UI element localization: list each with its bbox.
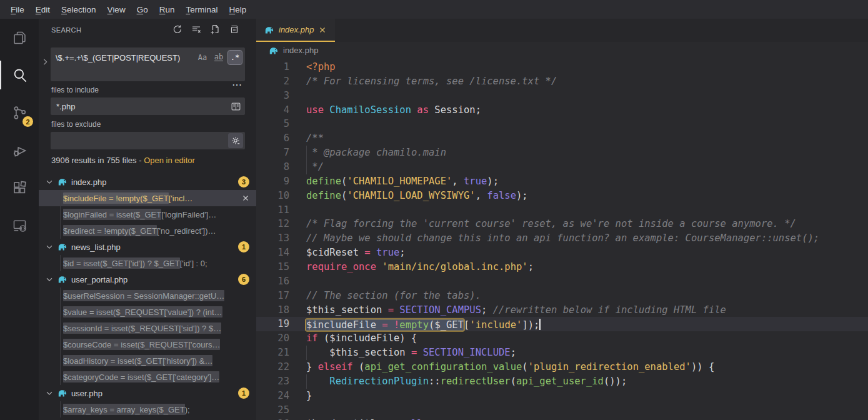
line-number[interactable]: 3 — [256, 89, 289, 103]
search-result-item[interactable]: $includeFile = !empty($_GET['incl… — [39, 190, 256, 206]
code-line-3[interactable]: 3 — [256, 89, 868, 103]
line-number[interactable]: 25 — [256, 403, 289, 418]
code-line-9[interactable]: 9define('CHAMILO_HOMEPAGE', true); — [256, 174, 868, 189]
line-number[interactable]: 10 — [256, 189, 289, 203]
line-number[interactable]: 26 — [256, 417, 289, 420]
tab-close-icon[interactable] — [318, 26, 327, 34]
line-number[interactable]: 4 — [256, 103, 289, 118]
toggle-replace-chevron-icon[interactable] — [41, 58, 49, 69]
line-number[interactable]: 9 — [256, 174, 289, 189]
remote-explorer-icon[interactable] — [0, 206, 39, 244]
line-number[interactable]: 23 — [256, 374, 289, 389]
line-number[interactable]: 8 — [256, 160, 289, 174]
search-icon[interactable] — [0, 56, 39, 94]
search-result-item[interactable]: $loadHistory = isset($_GET['history']) &… — [39, 352, 256, 369]
dismiss-result-icon[interactable] — [241, 194, 250, 202]
search-result-item[interactable]: $userRelSession = SessionManager::getU… — [39, 288, 256, 304]
search-result-item[interactable]: $loginFailed = isset($_GET['loginFailed'… — [39, 206, 256, 222]
line-number[interactable]: 1 — [256, 60, 289, 74]
code-line-12[interactable]: 12/* Flag forcing the 'current course' r… — [256, 217, 868, 231]
search-result-item[interactable]: $redirect = !empty($_GET['no_redirect'])… — [39, 222, 256, 239]
code-line-5[interactable]: 5 — [256, 117, 868, 131]
clear-results-icon[interactable] — [191, 24, 201, 37]
line-number[interactable]: 5 — [256, 117, 289, 131]
line-number[interactable]: 17 — [256, 289, 289, 303]
line-number[interactable]: 2 — [256, 74, 289, 89]
menu-run[interactable]: Run — [154, 5, 181, 14]
line-number[interactable]: 7 — [256, 146, 289, 160]
run-debug-icon[interactable] — [0, 131, 39, 169]
file-row-user_portal.php[interactable]: user_portal.php6 — [39, 271, 256, 288]
line-number[interactable]: 20 — [256, 331, 289, 346]
line-number[interactable]: 18 — [256, 303, 289, 318]
menu-go[interactable]: Go — [131, 5, 154, 14]
code-line-15[interactable]: 15require_once 'main/inc/global.inc.php'… — [256, 260, 868, 274]
code-line-18[interactable]: 18$this_section = SECTION_CAMPUS; //rewr… — [256, 303, 868, 318]
toggle-search-details-icon[interactable]: ··· — [232, 80, 242, 89]
code-line-2[interactable]: 2/* For licensing terms, see /license.tx… — [256, 74, 868, 89]
code-line-21[interactable]: 21 $this_section = SECTION_INCLUDE; — [256, 346, 868, 360]
match-case-toggle[interactable]: Aa — [196, 51, 209, 64]
code-line-6[interactable]: 6/** — [256, 131, 868, 146]
file-row-user.php[interactable]: user.php1 — [39, 385, 256, 401]
code-line-23[interactable]: 23 RedirectionPlugin::redirectUser(api_g… — [256, 374, 868, 389]
menu-view[interactable]: View — [102, 5, 131, 14]
search-result-item[interactable]: $sessionId = isset($_REQUEST['sid']) ? $… — [39, 320, 256, 336]
code-line-8[interactable]: 8 */ — [256, 160, 868, 174]
line-number[interactable]: 15 — [256, 260, 289, 274]
search-result-item[interactable]: $courseCode = isset($_REQUEST['cours… — [39, 336, 256, 352]
source-control-icon[interactable]: 2 — [0, 94, 39, 131]
code-line-13[interactable]: 13// Maybe we should change this into an… — [256, 231, 868, 246]
code-editor[interactable]: 1<?php2/* For licensing terms, see /lice… — [256, 60, 868, 420]
search-result-item[interactable]: $array_keys = array_keys($_GET); — [39, 401, 256, 418]
code-line-20[interactable]: 20if ($includeFile) { — [256, 331, 868, 346]
new-search-editor-icon[interactable] — [210, 24, 220, 37]
files-include-input[interactable]: *.php — [51, 98, 245, 115]
line-number[interactable]: 12 — [256, 217, 289, 231]
line-number[interactable]: 24 — [256, 389, 289, 403]
file-row-index.php[interactable]: index.php3 — [39, 174, 256, 190]
code-line-14[interactable]: 14$cidReset = true; — [256, 246, 868, 260]
whole-word-toggle[interactable]: ab — [212, 51, 226, 64]
refresh-icon[interactable] — [172, 24, 182, 37]
line-number[interactable]: 22 — [256, 360, 289, 374]
menu-edit[interactable]: Edit — [30, 5, 56, 14]
code-line-24[interactable]: 24} — [256, 389, 868, 403]
search-query-text[interactable]: \$.+=.+\$_(GET|POST|REQUEST) — [56, 52, 194, 64]
tab-index-php[interactable]: index.php — [256, 19, 335, 42]
search-result-item[interactable]: $categoryCode = isset($_GET['category']… — [39, 369, 256, 385]
collapse-all-icon[interactable] — [229, 24, 239, 37]
menu-terminal[interactable]: Terminal — [180, 5, 223, 14]
line-number[interactable]: 13 — [256, 231, 289, 246]
code-line-7[interactable]: 7 * @package chamilo.main — [256, 146, 868, 160]
breadcrumb[interactable]: index.php — [256, 42, 868, 59]
code-line-17[interactable]: 17// The section (for the tabs). — [256, 289, 868, 303]
code-line-26[interactable]: 26$header_title = null; — [256, 417, 868, 420]
line-number[interactable]: 19 — [256, 317, 289, 331]
code-line-16[interactable]: 16 — [256, 274, 868, 289]
search-result-item[interactable]: $id = isset($_GET['id']) ? $_GET['id'] :… — [39, 255, 256, 271]
menu-file[interactable]: File — [5, 5, 30, 14]
code-line-4[interactable]: 4use ChamiloSession as Session; — [256, 103, 868, 118]
line-number[interactable]: 6 — [256, 131, 289, 146]
code-line-1[interactable]: 1<?php — [256, 60, 868, 74]
open-in-editor-link[interactable]: Open in editor — [144, 156, 195, 165]
explorer-icon[interactable] — [0, 19, 39, 56]
extensions-icon[interactable] — [0, 169, 39, 206]
search-result-item[interactable]: $value = isset($_REQUEST['value']) ? (in… — [39, 304, 256, 320]
code-line-22[interactable]: 22} elseif (api_get_configuration_value(… — [256, 360, 868, 374]
file-row-news_list.php[interactable]: news_list.php1 — [39, 239, 256, 255]
code-line-25[interactable]: 25 — [256, 403, 868, 418]
search-open-editors-icon[interactable] — [231, 101, 241, 112]
line-number[interactable]: 16 — [256, 274, 289, 289]
code-line-11[interactable]: 11 — [256, 203, 868, 218]
line-number[interactable]: 11 — [256, 203, 289, 218]
line-number[interactable]: 21 — [256, 346, 289, 360]
line-number[interactable]: 14 — [256, 246, 289, 260]
code-line-19[interactable]: 19$includeFile = !empty($_GET['include']… — [256, 317, 868, 331]
files-exclude-input[interactable] — [51, 132, 245, 149]
search-input[interactable]: \$.+=.+\$_(GET|POST|REQUEST) Aa ab .* — [51, 48, 245, 81]
menu-selection[interactable]: Selection — [56, 5, 102, 14]
menu-help[interactable]: Help — [223, 5, 252, 14]
regex-toggle[interactable]: .* — [228, 51, 242, 64]
